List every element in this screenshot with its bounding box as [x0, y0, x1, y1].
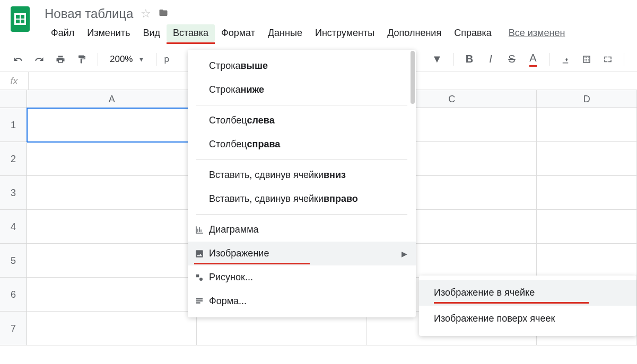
row-header[interactable]: 5 [0, 244, 27, 278]
cell[interactable] [27, 108, 197, 142]
undo-button[interactable] [10, 51, 27, 68]
menu-addons[interactable]: Дополнения [381, 24, 448, 42]
cell[interactable] [537, 142, 637, 176]
text-color-button[interactable]: A [525, 51, 542, 68]
row-header[interactable]: 7 [0, 312, 27, 345]
menubar: Файл Изменить Вид Вставка Формат Данные … [45, 23, 565, 42]
insert-menu-dropdown: Строка выше Строка ниже Столбец слева Ст… [188, 50, 416, 317]
borders-button[interactable] [578, 51, 595, 68]
menu-shift-right[interactable]: Вставить, сдвинув ячейки вправо [188, 187, 416, 211]
menu-column-left[interactable]: Столбец слева [188, 109, 416, 132]
menu-row-above[interactable]: Строка выше [188, 54, 416, 78]
row-header[interactable]: 6 [0, 278, 27, 312]
menu-format[interactable]: Формат [215, 24, 261, 42]
merge-cells-button[interactable] [599, 51, 616, 68]
column-header-a[interactable]: A [27, 90, 197, 108]
dropdown-arrow-icon[interactable]: ▼ [429, 51, 446, 68]
image-icon [194, 248, 205, 259]
menu-image[interactable]: Изображение ▶ [188, 242, 416, 265]
menu-shift-down[interactable]: Вставить, сдвинув ячейки вниз [188, 163, 416, 187]
cell[interactable] [27, 142, 197, 176]
cell[interactable] [27, 278, 197, 312]
sheets-logo[interactable] [11, 4, 34, 34]
fx-label: fx [0, 72, 29, 90]
menu-data[interactable]: Данные [261, 24, 309, 42]
cell[interactable] [27, 244, 197, 278]
cell[interactable] [27, 176, 197, 210]
row-header[interactable]: 2 [0, 142, 27, 176]
italic-button[interactable]: I [482, 51, 499, 68]
svg-rect-0 [196, 274, 199, 277]
menu-file[interactable]: Файл [45, 24, 81, 42]
zoom-selector[interactable]: 200%▼ [106, 54, 149, 65]
menu-insert[interactable]: Вставка [167, 24, 215, 42]
row-header[interactable]: 4 [0, 210, 27, 244]
drawing-icon [194, 272, 205, 283]
cell[interactable] [27, 312, 197, 345]
bold-button[interactable]: B [461, 51, 478, 68]
paint-format-button[interactable] [73, 51, 90, 68]
redo-button[interactable] [31, 51, 48, 68]
image-submenu: Изображение в ячейке Изображение поверх … [419, 276, 636, 336]
menu-tools[interactable]: Инструменты [309, 24, 381, 42]
row-header[interactable]: 3 [0, 176, 27, 210]
currency-button[interactable]: р [164, 51, 169, 68]
submenu-image-over-cells[interactable]: Изображение поверх ячеек [419, 306, 636, 332]
menu-column-right[interactable]: Столбец справа [188, 132, 416, 156]
document-title[interactable]: Новая таблица [45, 6, 133, 21]
cell[interactable] [27, 210, 197, 244]
fill-color-button[interactable] [557, 51, 574, 68]
app-header: Новая таблица ☆ Файл Изменить Вид Вставк… [0, 0, 637, 42]
menu-drawing[interactable]: Рисунок... [188, 265, 416, 289]
cell[interactable] [537, 176, 637, 210]
menu-row-below[interactable]: Строка ниже [188, 78, 416, 102]
menu-form[interactable]: Форма... [188, 289, 416, 313]
cell[interactable] [537, 210, 637, 244]
strikethrough-button[interactable]: S [503, 51, 520, 68]
cell[interactable] [537, 244, 637, 278]
svg-point-1 [199, 278, 203, 281]
select-all-corner[interactable] [0, 90, 27, 108]
submenu-image-in-cell[interactable]: Изображение в ячейке [419, 280, 636, 306]
star-icon[interactable]: ☆ [141, 7, 151, 21]
folder-icon[interactable] [159, 8, 168, 20]
menu-edit[interactable]: Изменить [81, 24, 136, 42]
menu-help[interactable]: Справка [448, 24, 498, 42]
changes-link[interactable]: Все изменен [509, 28, 565, 39]
print-button[interactable] [52, 51, 69, 68]
column-header-d[interactable]: D [537, 90, 637, 108]
menu-chart[interactable]: Диаграмма [188, 218, 416, 242]
chart-icon [194, 225, 205, 235]
submenu-arrow-icon: ▶ [402, 250, 407, 258]
cell[interactable] [537, 108, 637, 142]
form-icon [194, 296, 205, 307]
row-header[interactable]: 1 [0, 108, 27, 142]
menu-view[interactable]: Вид [136, 24, 167, 42]
